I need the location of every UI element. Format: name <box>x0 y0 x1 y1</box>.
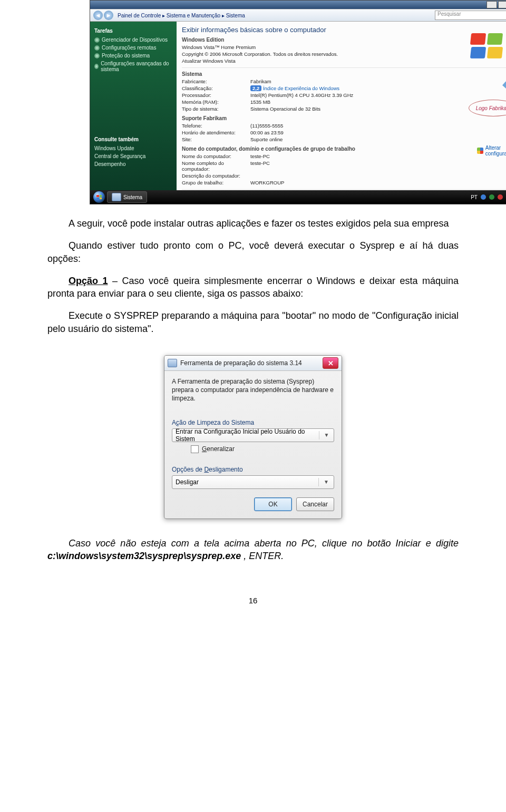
ok-button[interactable]: OK <box>254 497 292 511</box>
task-icon <box>94 64 99 69</box>
description-label: Descrição do computador: <box>182 173 250 179</box>
shutdown-options-label: Opções de Desligamento <box>172 466 334 473</box>
sidebar-item-performance[interactable]: Desempenho <box>94 160 172 168</box>
vista-main-content: Exibir informações básicas sobre o compu… <box>177 22 506 190</box>
nav-forward-icon[interactable]: ► <box>104 11 113 20</box>
cleanup-action-combobox[interactable]: Entrar na Configuração Inicial pelo Usuá… <box>172 428 334 442</box>
vista-taskbar: Sistema PT 18:27 <box>90 190 506 204</box>
section-edition-header: Windows Edition <box>182 37 506 43</box>
system-type-value: Sistema Operacional de 32 Bits <box>250 106 320 112</box>
workgroup-label: Grupo de trabalho: <box>182 180 250 185</box>
cleanup-action-value: Entrar na Configuração Inicial pelo Usuá… <box>176 428 319 443</box>
sidebar-item-label: Gerenciador de Dispositivos <box>102 37 168 43</box>
oem-logo: Logo Fabrikam <box>469 100 506 116</box>
workgroup-value: WORKGROUP <box>250 180 284 185</box>
cleanup-action-label: Ação de Limpeza do Sistema <box>172 419 334 426</box>
task-icon <box>94 53 100 58</box>
doc-note: Caso você não esteja com a tela acima ab… <box>47 537 459 563</box>
full-name-label: Nome completo do computador: <box>182 160 250 172</box>
vista-address-bar: ◄ ► Painel de Controle ▸ Sistema e Manut… <box>90 9 506 22</box>
minimize-button[interactable] <box>486 1 497 8</box>
tray-lang[interactable]: PT <box>471 194 478 200</box>
sidebar-item-label: Proteção do sistema <box>102 53 150 58</box>
vista-system-screenshot: ◄ ► Painel de Controle ▸ Sistema e Manut… <box>90 0 506 204</box>
windows-flag-icon <box>96 195 102 199</box>
manufacturer-value: Fabrikam <box>250 79 271 84</box>
generalize-checkbox-row[interactable]: Generalizar <box>191 445 334 453</box>
system-type-label: Tipo de sistema: <box>182 106 250 112</box>
breadcrumb[interactable]: Painel de Controle ▸ Sistema e Manutençã… <box>118 13 245 18</box>
upgrade-link[interactable]: Atualizar Windows Vista <box>182 58 236 64</box>
shutdown-options-combobox[interactable]: Desligar ▼ <box>172 475 334 489</box>
processor-label: Processador: <box>182 92 250 98</box>
sidebar-item-security-center[interactable]: Central de Segurança <box>94 152 172 160</box>
support-site-link[interactable]: Suporte online <box>250 136 283 142</box>
start-orb-button[interactable] <box>93 191 105 203</box>
close-icon[interactable]: ✕ <box>323 357 338 369</box>
sysprep-description: A Ferramenta de preparação do sistema (S… <box>172 377 334 403</box>
sidebar-item-advanced-settings[interactable]: Configurações avançadas do sistema <box>94 60 172 73</box>
breadcrumb-sep-icon: ▸ <box>222 13 225 18</box>
support-phone-value: (11)5555-5555 <box>250 123 283 129</box>
sidebar-item-label: Desempenho <box>94 161 125 167</box>
option-label: Opção 1 <box>69 276 108 286</box>
shield-icon <box>477 148 483 154</box>
sidebar-item-label: Configurações remotas <box>102 45 156 51</box>
manufacturer-label: Fabricante: <box>182 79 250 84</box>
breadcrumb-seg[interactable]: Painel de Controle <box>118 13 161 18</box>
breadcrumb-sep-icon: ▸ <box>162 13 165 18</box>
support-site-label: Site: <box>182 136 250 142</box>
full-name-value: teste-PC <box>250 160 270 172</box>
sidebar-item-label: Central de Segurança <box>94 153 145 159</box>
ram-value: 1535 MB <box>250 99 270 105</box>
breadcrumb-seg[interactable]: Sistema <box>226 13 245 18</box>
sysprep-title-text: Ferramenta de preparação do sistema 3.14 <box>180 359 319 367</box>
support-hours-value: 00:00 as 23:59 <box>250 130 284 135</box>
page-number: 16 <box>0 596 506 605</box>
sidebar-consult-header: Consulte também <box>94 136 172 142</box>
rating-link[interactable]: Índice de Experiência do Windows <box>263 85 339 91</box>
sidebar-item-device-manager[interactable]: Gerenciador de Dispositivos <box>94 36 172 44</box>
monitor-icon <box>112 193 121 201</box>
sidebar-tasks-header: Tarefas <box>94 28 172 34</box>
sysprep-titlebar: Ferramenta de preparação do sistema 3.14… <box>164 356 342 371</box>
sidebar-item-windows-update[interactable]: Windows Update <box>94 144 172 152</box>
ram-label: Memória (RAM): <box>182 99 250 105</box>
search-input[interactable]: Pesquisar <box>435 11 506 20</box>
vista-sidebar: Tarefas Gerenciador de Dispositivos Conf… <box>90 22 177 190</box>
processor-value: Intel(R) Pentium(R) 4 CPU 3.40GHz 3.39 G… <box>250 92 353 98</box>
windows-logo-icon <box>469 31 506 63</box>
shutdown-options-value: Desligar <box>176 478 199 486</box>
task-icon <box>94 37 100 43</box>
tray-icon[interactable] <box>498 194 503 200</box>
change-settings-label2: configurações <box>485 151 506 156</box>
change-settings-link[interactable]: Alterar configurações <box>477 145 506 156</box>
doc-paragraph: Quando estiver tudo pronto com o PC, voc… <box>47 239 459 265</box>
computer-name-label: Nome do computador: <box>182 153 250 159</box>
taskbar-app-label: Sistema <box>123 194 142 200</box>
document-body: A seguir, você pode instalar outras apli… <box>0 204 506 350</box>
tray-icon[interactable] <box>481 194 486 200</box>
sidebar-item-label: Windows Update <box>94 145 134 151</box>
section-computer-name-header: Nome do computador, domínio e configuraç… <box>182 146 506 152</box>
sidebar-item-system-protection[interactable]: Proteção do sistema <box>94 52 172 60</box>
copyright-text: Copyright © 2006 Microsoft Corporation. … <box>182 51 338 57</box>
taskbar-app-button[interactable]: Sistema <box>107 191 147 203</box>
chevron-down-icon: ▼ <box>318 478 330 486</box>
system-tray: PT 18:27 <box>471 194 506 200</box>
doc-paragraph: Opção 1 – Caso você queira simplesmente … <box>47 275 459 300</box>
sysprep-app-icon <box>168 359 177 367</box>
edition-name: Windows Vista™ Home Premium <box>182 44 256 50</box>
generalize-checkbox[interactable] <box>191 445 199 453</box>
doc-paragraph: Execute o SYSPREP preparando a máquina p… <box>47 309 459 335</box>
breadcrumb-seg[interactable]: Sistema e Manutenção <box>167 13 220 18</box>
sidebar-item-remote-settings[interactable]: Configurações remotas <box>94 44 172 52</box>
rating-label: Classificação: <box>182 85 250 91</box>
cancel-button[interactable]: Cancelar <box>296 497 334 511</box>
restore-button[interactable] <box>498 1 506 8</box>
rating-badge: 2,2 <box>250 85 261 91</box>
sidebar-item-label: Configurações avançadas do sistema <box>101 61 172 72</box>
doc-text: Caso você não esteja com a tela acima ab… <box>69 538 459 549</box>
nav-back-icon[interactable]: ◄ <box>93 11 103 20</box>
tray-icon[interactable] <box>489 194 494 200</box>
